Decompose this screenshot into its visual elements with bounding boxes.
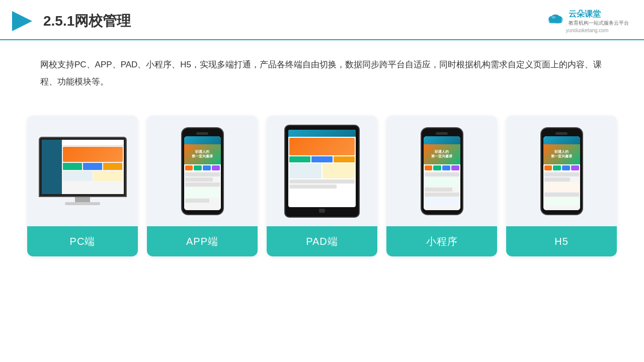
svg-marker-0 <box>12 11 32 31</box>
card-pc-label: PC端 <box>27 226 138 256</box>
phone-mockup-app: 职通人的第一堂兴趣课 <box>181 127 224 215</box>
logo-cloud: 云朵课堂 教育机构一站式服务云平台 <box>545 9 629 27</box>
card-app: 职通人的第一堂兴趣课 <box>147 116 258 256</box>
card-pc-image <box>27 116 138 226</box>
play-icon <box>10 9 34 33</box>
description-text: 网校支持PC、APP、PAD、小程序、H5，实现多端打通，产品各终端自由切换，数… <box>40 56 604 90</box>
pc-mockup <box>37 137 128 205</box>
phone-mockup-mini: 职通人的第一堂兴趣课 <box>421 127 463 215</box>
card-h5-label: H5 <box>506 226 617 256</box>
card-pc: PC端 <box>27 116 138 256</box>
card-pad-image <box>267 116 377 226</box>
phone-mockup-h5: 职通人的第一堂兴趣课 <box>540 127 583 215</box>
logo-text: 云朵课堂 教育机构一站式服务云平台 <box>569 9 629 27</box>
card-pad: PAD端 <box>267 116 377 256</box>
card-h5: 职通人的第一堂兴趣课 <box>506 116 617 256</box>
card-app-image: 职通人的第一堂兴趣课 <box>147 116 258 226</box>
svg-rect-6 <box>549 19 561 23</box>
tablet-mockup <box>284 125 360 218</box>
logo-area: 云朵课堂 教育机构一站式服务云平台 yunduoketang.com <box>545 9 629 33</box>
cards-container: PC端 职通人的第一堂兴趣课 <box>0 106 644 256</box>
card-miniprogram: 职通人的第一堂兴趣课 <box>386 116 497 256</box>
card-miniprogram-image: 职通人的第一堂兴趣课 <box>386 116 497 226</box>
header-left: 2.5.1网校管理 <box>10 9 131 33</box>
card-pad-label: PAD端 <box>267 226 377 256</box>
cloud-icon <box>545 12 566 25</box>
card-h5-image: 职通人的第一堂兴趣课 <box>506 116 617 226</box>
description: 网校支持PC、APP、PAD、小程序、H5，实现多端打通，产品各终端自由切换，数… <box>0 40 644 101</box>
header: 2.5.1网校管理 云朵课堂 教育机构一站式服务云平台 yunduoketang… <box>0 0 644 40</box>
card-app-label: APP端 <box>147 226 258 256</box>
logo-url: yunduoketang.com <box>566 28 609 33</box>
page-title: 2.5.1网校管理 <box>43 12 131 31</box>
svg-point-7 <box>551 16 555 19</box>
card-mini-label: 小程序 <box>386 226 497 256</box>
